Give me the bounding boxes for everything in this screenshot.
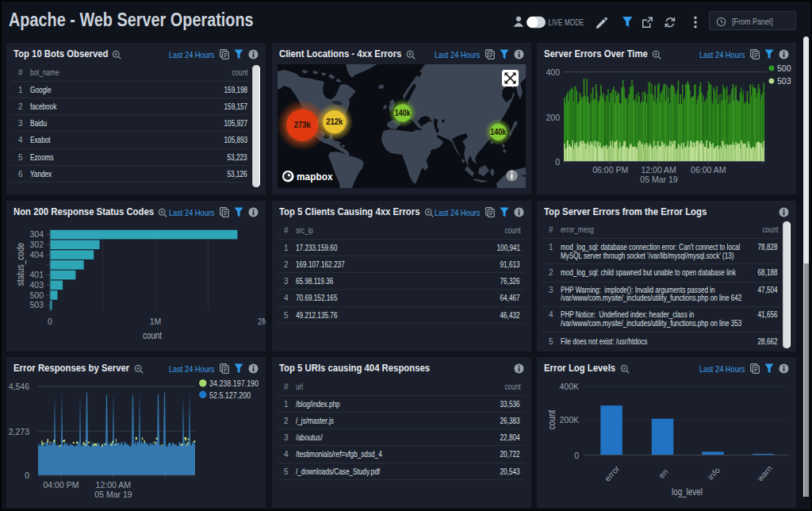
svg-text:500: 500 (777, 63, 791, 73)
svg-text:140k: 140k (490, 127, 507, 136)
svg-text:LIVE MODE: LIVE MODE (549, 18, 584, 27)
svg-text:mapbox: mapbox (297, 171, 333, 182)
svg-text:140k: 140k (395, 108, 412, 117)
svg-text:212k: 212k (326, 117, 343, 127)
svg-text:503: 503 (777, 76, 791, 86)
svg-text:273k: 273k (294, 121, 311, 130)
